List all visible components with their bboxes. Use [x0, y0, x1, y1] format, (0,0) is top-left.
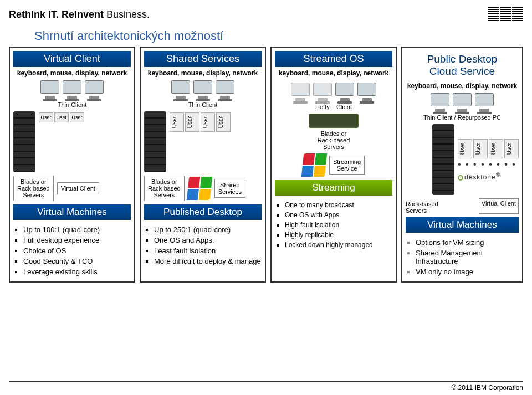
bullet: Locked down highly managed	[285, 241, 373, 249]
mid-label: Virtual Client	[57, 182, 99, 194]
tagline-rest: Business.	[104, 9, 150, 20]
rack-label: Blades or Rack-based Servers	[144, 176, 185, 201]
rack-label: Rack-based Servers	[406, 201, 438, 214]
mid-label: Shared Services	[214, 179, 245, 198]
user-chip: User	[216, 112, 231, 132]
col1-bottom-head: Virtual Machines	[13, 204, 131, 220]
bullet: Up to 100:1 (quad-core)	[23, 225, 100, 234]
hefty-clients	[291, 79, 376, 101]
col-public-cloud: Public Desktop Cloud Service keyboard, m…	[401, 47, 523, 283]
user-chip: User	[489, 139, 503, 158]
mid-block: Streaming Service	[275, 153, 392, 177]
user-chip: User	[185, 112, 200, 132]
col3-head: Streamed OS	[275, 51, 392, 67]
col-streamed-os: Streamed OS keyboard, mouse, display, ne…	[270, 47, 397, 283]
bullet: One OS with Apps	[285, 211, 373, 219]
windows-logo-icon	[186, 177, 212, 200]
col2-head: Shared Services	[144, 51, 262, 67]
cloud-lower: Rack-based Servers Virtual Client	[406, 198, 519, 214]
bullet: High fault isolation	[285, 221, 373, 229]
monitors-icon	[40, 80, 104, 99]
col4-bottom-head: Virtual Machines	[406, 217, 519, 233]
rack-users: User User User User • • • • • • • • desk…	[406, 124, 519, 195]
col2-bottom-head: Published Desktop	[144, 204, 262, 220]
blade-server-icon	[309, 114, 359, 128]
col1-bullets: Up to 100:1 (quad-core) Full desktop exp…	[13, 223, 100, 278]
col4-head: Public Desktop Cloud Service	[406, 51, 519, 80]
bullet: More difficult to deploy & manage	[154, 257, 261, 265]
mid-block: Blades or Rack-based Servers Shared Serv…	[144, 176, 262, 201]
blade-icon-row	[275, 114, 392, 128]
col-shared-services: Shared Services keyboard, mouse, display…	[140, 47, 266, 283]
user-chip: User	[170, 112, 184, 132]
bullet: One OS and Apps.	[154, 236, 261, 244]
user-chip: User	[54, 112, 69, 122]
rack-label: Blades or Rack-based Servers	[13, 176, 54, 201]
bullet: Up to 250:1 (quad-core)	[154, 225, 261, 234]
bullet: Shared Management Infrastructure	[416, 249, 519, 265]
col2-bullets: Up to 250:1 (quad-core) One OS and Apps.…	[144, 223, 261, 268]
tagline-bold: Rethink IT. Reinvent	[9, 9, 104, 20]
ibm-logo	[488, 7, 523, 22]
rack-users: User User User	[13, 111, 131, 172]
diagram-columns: Virtual Client keyboard, mouse, display,…	[9, 47, 523, 283]
user-chip: User	[201, 112, 215, 132]
ellipsis-dots: • • • • • • • •	[458, 160, 519, 170]
thin-client-label: Thin Client / Repurposed PC	[423, 114, 501, 121]
bullet: One to many broadcast	[285, 201, 373, 209]
rack-users: User User User User	[144, 111, 262, 172]
hefty-left: Hefty	[315, 104, 330, 110]
bullet: Options for VM sizing	[416, 238, 519, 247]
mid-block: Blades or Rack-based Servers Virtual Cli…	[13, 176, 131, 201]
footer: © 2011 IBM Corporation	[9, 381, 523, 392]
desktone-logo: desktone®	[458, 172, 519, 181]
col2-subcap: keyboard, mouse, display, network	[148, 69, 258, 77]
page-title: Shrnutí architektonických možností	[34, 29, 523, 43]
thin-client-label: Thin Client	[58, 101, 87, 108]
server-rack-icon	[13, 111, 35, 172]
monitors-icon	[431, 93, 494, 112]
col4-bullets: Options for VM sizing Shared Management …	[406, 236, 519, 278]
windows-logo-icon	[301, 153, 327, 177]
desktone-text: desktone	[464, 173, 496, 181]
header: Rethink IT. Reinvent Business.	[9, 7, 523, 22]
col3-subcap: keyboard, mouse, display, network	[279, 69, 389, 77]
user-chip: User	[39, 112, 53, 122]
bullet: Leverage existing skills	[23, 268, 100, 276]
rack-label: Blades or Rack-based Servers	[318, 130, 350, 150]
monitors-icon	[171, 80, 234, 99]
bullet: Least fault isolation	[154, 247, 261, 255]
mid-label: Streaming Service	[329, 156, 365, 175]
thin-client-label: Thin Client	[188, 101, 218, 108]
col1-subcap: keyboard, mouse, display, network	[17, 69, 127, 77]
col-virtual-client: Virtual Client keyboard, mouse, display,…	[9, 47, 135, 283]
bullet: Highly replicable	[285, 231, 373, 239]
bullet: VM only no image	[416, 268, 519, 276]
tagline: Rethink IT. Reinvent Business.	[9, 9, 150, 20]
user-chip: User	[70, 112, 84, 122]
virtual-client-chip: Virtual Client	[479, 198, 519, 214]
user-chip: User	[458, 139, 472, 158]
bullet: Full desktop experience	[23, 236, 100, 244]
user-chip: User	[504, 139, 519, 158]
hefty-right: Client	[336, 104, 352, 110]
bullet: Good Security & TCO	[23, 257, 100, 265]
server-rack-icon	[144, 111, 166, 172]
copyright: © 2011 IBM Corporation	[451, 384, 523, 392]
col3-bottom-head: Streaming	[275, 180, 392, 196]
hefty-label: Hefty Client	[315, 104, 352, 110]
col4-subcap: keyboard, mouse, display, network	[407, 82, 518, 90]
server-rack-icon	[432, 124, 454, 195]
col1-head: Virtual Client	[13, 51, 131, 67]
col3-bullets: One to many broadcast One OS with Apps H…	[275, 199, 373, 251]
bullet: Choice of OS	[23, 247, 100, 255]
user-chip: User	[473, 139, 488, 158]
